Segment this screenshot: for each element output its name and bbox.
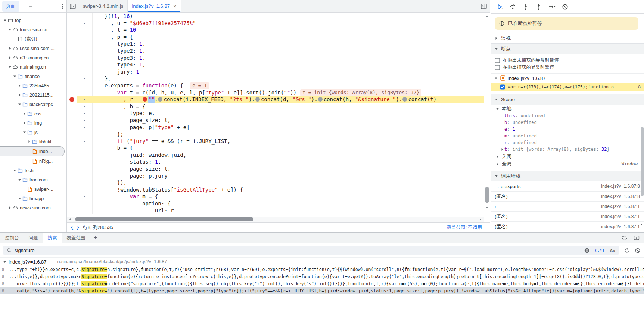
caret-down-icon[interactable] [495, 107, 500, 111]
coverage-link[interactable]: 覆盖范围: 不适用 [447, 224, 482, 231]
scope-variable[interactable]: e: 1 [491, 126, 644, 133]
code-line[interactable]: - page: p.jury [67, 173, 484, 180]
caret-down-icon[interactable] [13, 169, 17, 172]
caret-down-icon[interactable] [18, 178, 22, 181]
code-line[interactable]: - page_size: l, [67, 165, 484, 173]
line-gutter[interactable]: - [77, 138, 92, 145]
file-tree-item[interactable]: swiper-... [0, 184, 65, 194]
scrollbar-thumb[interactable] [75, 217, 253, 221]
file-tree-item[interactable]: top [0, 16, 65, 25]
scope-variable[interactable]: this: undefined [491, 112, 644, 119]
resume-icon[interactable] [495, 4, 504, 10]
file-tree-item[interactable]: img [0, 118, 65, 128]
code-line[interactable]: - , b = { [67, 103, 484, 110]
breakpoint-margin[interactable] [67, 186, 77, 193]
section-callstack[interactable]: 调用堆栈 [491, 171, 644, 181]
line-gutter[interactable]: - [77, 186, 92, 193]
checkbox-empty-icon[interactable] [495, 58, 500, 63]
caret-down-icon[interactable] [13, 75, 17, 78]
code-line[interactable]: -}(!1, 16) [67, 13, 484, 20]
code-editor[interactable]: -}(!1, 16)- , u = "$d6eb7ff91ee257475%"-… [67, 13, 484, 217]
breakpoint-margin[interactable] [67, 124, 77, 131]
code-line[interactable]: - , u = "$d6eb7ff91ee257475%" [67, 20, 484, 27]
search-result-row[interactable]: 8...this,e)},d.prototype.makeSignature=f… [0, 273, 644, 280]
inline-breakpoint-icon[interactable] [402, 97, 407, 102]
file-tree-item[interactable]: inde... [0, 146, 65, 156]
scope-group[interactable]: 关闭 [491, 153, 644, 160]
line-gutter[interactable]: - [77, 61, 92, 68]
drawer-tab-3[interactable]: 覆盖范围 [62, 233, 90, 243]
breakpoint-margin[interactable] [67, 61, 77, 68]
breakpoint-dot-icon[interactable] [69, 97, 74, 102]
code-line[interactable]: - juid: window.juid, [67, 152, 484, 159]
search-result-row[interactable]: 8...cat(d,"&rs=").concat(h,"&signature="… [0, 287, 644, 294]
code-line[interactable]: - , l = 10 [67, 27, 484, 34]
caret-right-icon[interactable] [500, 148, 504, 151]
code-line[interactable]: - type3: 1, [67, 55, 484, 62]
rerun-search-icon[interactable] [622, 235, 628, 241]
caret-right-icon[interactable] [8, 47, 12, 50]
code-line[interactable]: - option: { [67, 200, 484, 207]
scroll-left-icon[interactable] [68, 218, 72, 221]
breakpoint-margin[interactable] [67, 110, 77, 117]
scroll-down-icon[interactable] [485, 206, 489, 209]
scrollbar-thumb[interactable] [485, 187, 489, 203]
breakpoint-margin[interactable] [67, 158, 77, 165]
clear-input-icon[interactable] [584, 248, 589, 253]
breakpoint-margin[interactable] [67, 152, 77, 159]
file-tree-item[interactable]: finance [0, 72, 65, 81]
inline-breakpoint-icon[interactable] [318, 97, 323, 102]
file-tree-item[interactable]: i.sso.sina.com.... [0, 44, 65, 53]
code-line[interactable]: - url: r [67, 207, 484, 214]
step-over-icon[interactable] [508, 4, 517, 10]
call-stack-frame[interactable]: (匿名)index.js?v=1.6.87:8 [491, 192, 644, 202]
file-tree-item[interactable]: blackcat/pc [0, 100, 65, 109]
caret-right-icon[interactable] [18, 84, 22, 87]
step-out-icon[interactable] [535, 4, 543, 10]
breakpoint-margin[interactable] [67, 13, 77, 20]
scroll-down-icon[interactable] [640, 223, 643, 226]
line-gutter[interactable]: - [77, 152, 92, 159]
line-gutter[interactable]: - [77, 27, 92, 34]
close-tab-icon[interactable]: × [173, 3, 177, 9]
drawer-tab-1[interactable]: 问题 [24, 233, 43, 243]
line-gutter[interactable]: - [77, 207, 92, 214]
tab-swiper-js[interactable]: swiper-3.4.2.min.js [79, 0, 128, 12]
breakpoint-margin[interactable] [67, 207, 77, 214]
breakpoint-margin[interactable] [67, 173, 77, 180]
file-tree-item[interactable]: tech [0, 166, 65, 175]
caret-right-icon[interactable] [27, 140, 31, 143]
code-line[interactable]: - b = { [67, 145, 484, 152]
inline-breakpoint-icon[interactable] [158, 97, 162, 102]
breakpoint-margin[interactable] [67, 200, 77, 207]
file-tree-item[interactable]: css [0, 109, 65, 118]
chevron-down-icon[interactable] [28, 5, 33, 8]
breakpoint-margin[interactable] [67, 165, 77, 173]
call-stack-frame[interactable]: →e.exportsindex.js?v=1.6.87:8 [491, 181, 644, 192]
pause-option[interactable]: 在抛出未捕获的异常时暂停 [491, 57, 644, 64]
line-gutter[interactable]: - [77, 34, 92, 41]
section-watch[interactable]: 监视 [491, 33, 644, 43]
caret-right-icon[interactable] [8, 56, 12, 59]
line-gutter[interactable]: - [77, 193, 92, 200]
breakpoint-margin[interactable] [67, 20, 77, 27]
breakpoint-margin[interactable] [67, 145, 77, 152]
scroll-right-icon[interactable] [479, 218, 482, 221]
caret-down-icon[interactable] [22, 131, 27, 134]
scope-variable[interactable]: m: undefined [491, 133, 644, 139]
file-tree-item[interactable]: js [0, 128, 65, 137]
file-tree-item[interactable]: lib/util [0, 137, 65, 146]
drawer-tab-search[interactable]: 搜索 [43, 233, 62, 243]
line-gutter[interactable]: - [77, 158, 92, 165]
editor-horizontal-scrollbar[interactable] [67, 217, 484, 222]
scope-variable[interactable]: t: init {words: Array(8), sigBytes: 32} [491, 146, 644, 153]
deactivate-breakpoints-icon[interactable] [561, 4, 569, 10]
line-gutter[interactable]: - [77, 68, 92, 75]
step-icon[interactable] [548, 4, 556, 9]
breakpoint-margin[interactable] [67, 89, 77, 96]
line-gutter[interactable]: - [77, 124, 92, 131]
breakpoint-file-group[interactable]: index.js?v=1.6.87 [491, 73, 644, 83]
file-tree-item[interactable]: hmapp [0, 194, 65, 203]
caret-down-icon[interactable] [18, 103, 22, 106]
line-gutter[interactable]: - [77, 40, 92, 47]
